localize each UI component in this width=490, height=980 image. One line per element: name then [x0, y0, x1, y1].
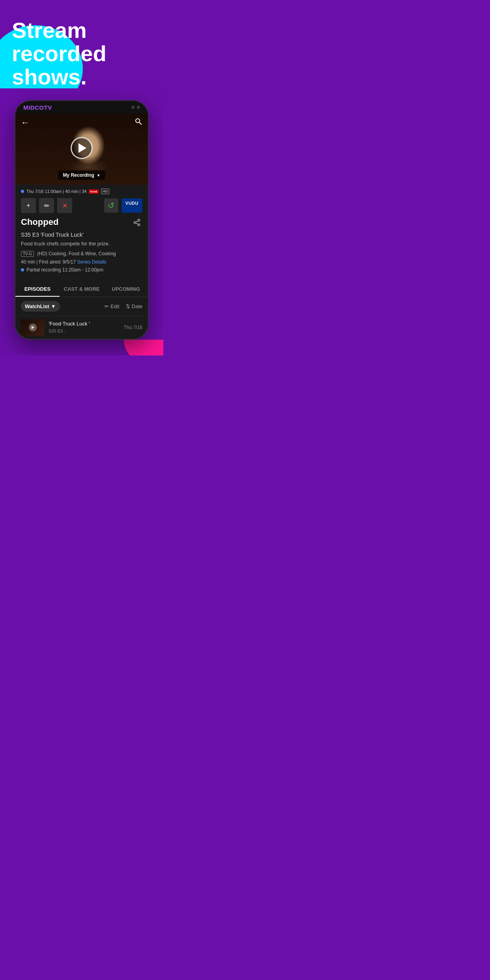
- episode-blue-dot: ·: [64, 328, 66, 334]
- episode-list-item[interactable]: 'Food Truck Luck ' S35 E3 · Thu 7/16: [15, 316, 148, 339]
- tab-episodes-label: EPISODES: [24, 286, 50, 292]
- sort-icon: ⇅: [126, 303, 130, 309]
- tabs-bar: EPISODES CAST & MORE UPCOMING: [15, 281, 148, 297]
- tab-cast-label: CAST & MORE: [64, 286, 100, 292]
- pink-decoration: [124, 340, 163, 355]
- delete-button[interactable]: ✕: [57, 198, 72, 213]
- replay-button[interactable]: ↺: [104, 198, 118, 213]
- rating-row: TV-G (HD) Cooking, Food & Wine, Cooking: [21, 251, 142, 257]
- svg-point-3: [134, 222, 136, 224]
- replay-icon: ↺: [108, 201, 114, 210]
- hero-title: Stream recorded shows.: [12, 19, 151, 88]
- tab-cast-more[interactable]: CAST & MORE: [60, 281, 104, 297]
- phone-notch: MIDCOTV: [15, 101, 148, 114]
- episode-thumbnail: [21, 319, 45, 336]
- partial-text: Partial recording 11:20am - 12:00pm: [26, 267, 103, 273]
- share-button[interactable]: [131, 217, 142, 230]
- tab-upcoming[interactable]: UPCOMING: [104, 281, 148, 297]
- tv-rating-badge: TV-G: [21, 251, 34, 257]
- airtime-text: Thu 7/16 11:00am | 40 min | 34: [26, 189, 86, 194]
- meta-row: Thu 7/16 11:00am | 40 min | 34 food HD: [15, 185, 148, 197]
- tab-upcoming-label: UPCOMING: [112, 286, 140, 292]
- list-actions: ✏ Edit ⇅ Date: [105, 303, 142, 309]
- action-row: + ✏ ✕ ↺ VUDU: [15, 197, 148, 217]
- logo-midco: MIDCO: [23, 104, 44, 111]
- show-info: Chopped S35 E3 'Food Truck Luck' Food tr…: [15, 217, 148, 281]
- search-button[interactable]: [135, 118, 142, 127]
- edit-pencil-icon: ✏: [105, 303, 109, 309]
- episode-title: S35 E3 'Food Truck Luck': [21, 232, 142, 238]
- list-header: WatchList ▼ ✏ Edit ⇅ Date: [15, 297, 148, 316]
- list-date-button[interactable]: ⇅ Date: [126, 303, 142, 309]
- dropdown-arrow-icon: ▼: [97, 173, 101, 178]
- camera-dot-1: [131, 106, 135, 109]
- play-icon: [79, 144, 86, 153]
- svg-point-4: [138, 224, 140, 226]
- partial-dot-icon: [21, 268, 24, 271]
- camera-dot-2: [137, 106, 140, 109]
- svg-point-2: [138, 219, 140, 221]
- list-edit-button[interactable]: ✏ Edit: [105, 303, 119, 309]
- watchlist-arrow-icon: ▼: [51, 303, 56, 309]
- episode-info: 'Food Truck Luck ' S35 E3 ·: [49, 321, 120, 334]
- phone-cameras: [131, 106, 140, 109]
- add-icon: +: [26, 202, 30, 209]
- watchlist-label: WatchList: [25, 303, 49, 309]
- series-details-link[interactable]: Series Details: [77, 259, 107, 265]
- episode-item-meta: S35 E3 ·: [49, 328, 120, 334]
- pencil-icon: ✏: [44, 202, 49, 209]
- svg-point-0: [136, 119, 140, 123]
- svg-line-6: [136, 221, 138, 222]
- show-description: Food truck chefs compete for the prize.: [21, 240, 142, 247]
- episode-air-date: Thu 7/16: [124, 325, 142, 330]
- video-player: ← My Recording ▼: [15, 114, 148, 185]
- edit-label: Edit: [110, 303, 119, 309]
- show-title-row: Chopped: [21, 217, 142, 230]
- episode-item-title: 'Food Truck Luck ': [49, 321, 120, 327]
- play-button[interactable]: [71, 137, 93, 159]
- vudu-label: VUDU: [125, 201, 138, 206]
- date-label: Date: [132, 303, 142, 309]
- svg-line-5: [136, 223, 138, 224]
- delete-icon: ✕: [62, 202, 67, 209]
- episode-play-icon: [29, 324, 37, 331]
- partial-recording-row: Partial recording 11:20am - 12:00pm: [21, 267, 142, 273]
- add-button[interactable]: +: [21, 198, 36, 213]
- play-triangle-icon: [32, 326, 34, 329]
- show-title: Chopped: [21, 217, 58, 227]
- phone-wrapper: MIDCOTV ← My Recording: [0, 88, 163, 339]
- app-logo: MIDCOTV: [23, 104, 52, 111]
- back-button[interactable]: ←: [21, 118, 30, 128]
- bottom-background: [0, 340, 163, 355]
- watchlist-button[interactable]: WatchList ▼: [21, 301, 60, 312]
- food-network-badge: food: [89, 189, 99, 194]
- action-buttons-left: + ✏ ✕: [21, 198, 72, 213]
- recording-label: My Recording: [63, 172, 94, 178]
- logo-tv: TV: [44, 104, 52, 111]
- recording-badge[interactable]: My Recording ▼: [58, 170, 105, 180]
- edit-button[interactable]: ✏: [39, 198, 54, 213]
- hd-badge: HD: [101, 189, 109, 194]
- blue-dot-icon: [21, 190, 24, 193]
- duration-text: 40 min | First aired: 9/5/17: [21, 259, 76, 265]
- vudu-button[interactable]: VUDU: [122, 198, 142, 213]
- action-buttons-right: ↺ VUDU: [104, 198, 142, 213]
- tab-episodes[interactable]: EPISODES: [15, 281, 60, 297]
- episode-item-number: S35 E3: [49, 329, 63, 333]
- duration-row: 40 min | First aired: 9/5/17 Series Deta…: [21, 259, 142, 265]
- phone-device: MIDCOTV ← My Recording: [15, 100, 149, 339]
- rating-details: (HD) Cooking, Food & Wine, Cooking: [37, 251, 116, 256]
- content-area: Thu 7/16 11:00am | 40 min | 34 food HD +…: [15, 185, 148, 339]
- svg-line-1: [139, 122, 142, 125]
- hero-section: Stream recorded shows.: [0, 0, 163, 88]
